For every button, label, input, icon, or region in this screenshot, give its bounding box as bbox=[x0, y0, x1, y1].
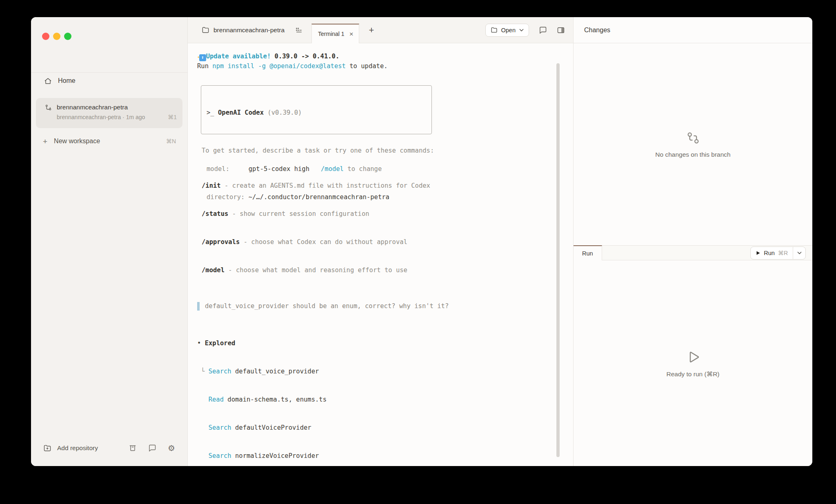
close-tab-icon[interactable]: × bbox=[349, 31, 354, 38]
sidebar-item-home[interactable]: Home bbox=[31, 72, 187, 89]
home-label: Home bbox=[58, 77, 76, 84]
sidebar-divider bbox=[31, 72, 187, 73]
tab-terminal-1[interactable]: Terminal 1 × bbox=[311, 24, 359, 43]
zoom-window-button[interactable] bbox=[64, 33, 71, 40]
terminal-output[interactable]: ✦⬆Update available! 0.39.0 -> 0.41.0. Ru… bbox=[188, 43, 573, 466]
main-header: brennanmceachran-petra Terminal 1 × + Op… bbox=[188, 17, 573, 43]
sidebar: Home tldrembed brennanmceachran-petra br… bbox=[31, 17, 188, 466]
tab-label: Terminal 1 bbox=[318, 31, 345, 37]
open-button[interactable]: Open bbox=[485, 24, 529, 37]
close-window-button[interactable] bbox=[42, 33, 49, 40]
minimize-window-button[interactable] bbox=[53, 33, 60, 40]
update-line-2: Run npm install -g @openai/codex@latest … bbox=[197, 62, 557, 71]
explored-section: • Explored └ Search default_voice_provid… bbox=[197, 320, 557, 466]
changes-empty-state: No changes on this branch bbox=[574, 44, 812, 245]
new-workspace-button[interactable]: + New workspace ⌘N bbox=[31, 133, 187, 149]
run-tab-label: Run bbox=[582, 250, 593, 257]
git-branch-icon bbox=[45, 104, 52, 111]
codex-banner-box: >_ OpenAI Codex (v0.39.0) model: gpt-5-c… bbox=[201, 85, 432, 134]
window-controls bbox=[42, 33, 71, 40]
run-options-button[interactable] bbox=[793, 247, 805, 259]
command-list: /init - create an AGENTS.md file with in… bbox=[197, 162, 557, 294]
main-panel: brennanmceachran-petra Terminal 1 × + Op… bbox=[188, 17, 573, 466]
no-changes-text: No changes on this branch bbox=[655, 151, 730, 158]
run-button[interactable]: Run ⌘R bbox=[751, 247, 793, 259]
comment-icon[interactable] bbox=[148, 444, 156, 452]
workspace-subtitle: brennanmceachran-petra · 1m ago bbox=[57, 113, 145, 122]
right-panel: Changes No changes on this branch Run Ru… bbox=[573, 17, 812, 466]
user-message: default_voice_provider should be an enum… bbox=[197, 302, 557, 311]
intro-text: To get started, describe a task or try o… bbox=[197, 146, 557, 155]
changes-title: Changes bbox=[584, 27, 610, 34]
chevron-down-icon bbox=[519, 29, 524, 32]
task-list-icon[interactable] bbox=[295, 27, 302, 34]
workspace-title: brennanmceachran-petra bbox=[57, 104, 128, 111]
plus-icon: + bbox=[43, 138, 47, 145]
run-button-shortcut: ⌘R bbox=[778, 250, 788, 256]
folder-icon bbox=[491, 27, 498, 33]
folder-icon bbox=[202, 26, 209, 34]
open-button-label: Open bbox=[501, 27, 516, 33]
sidebar-footer: Add repository ⚙ bbox=[31, 440, 187, 456]
sidebar-item-workspace[interactable]: brennanmceachran-petra brennanmceachran-… bbox=[36, 98, 182, 128]
add-repository-button[interactable]: Add repository bbox=[57, 444, 98, 452]
settings-gear-icon[interactable]: ⚙ bbox=[168, 444, 175, 452]
run-button-group: Run ⌘R bbox=[750, 246, 806, 260]
git-compare-icon bbox=[686, 131, 700, 145]
terminal-scrollbar[interactable] bbox=[556, 63, 560, 457]
toggle-right-panel-icon[interactable] bbox=[557, 26, 565, 34]
new-workspace-shortcut: ⌘N bbox=[166, 138, 176, 144]
play-outline-icon bbox=[685, 349, 702, 366]
app-window: Home tldrembed brennanmceachran-petra br… bbox=[31, 17, 812, 466]
new-workspace-label: New workspace bbox=[54, 138, 100, 145]
run-empty-state: Ready to run (⌘R) bbox=[574, 260, 812, 466]
home-icon bbox=[44, 77, 52, 85]
user-message-bar bbox=[197, 302, 200, 311]
new-tab-button[interactable]: + bbox=[369, 26, 374, 35]
chevron-down-icon bbox=[797, 251, 802, 255]
play-icon bbox=[756, 251, 760, 255]
update-line-1: ✦⬆Update available! 0.39.0 -> 0.41.0. bbox=[197, 52, 557, 62]
folder-plus-icon bbox=[43, 444, 51, 452]
up-arrow-emoji: ⬆ bbox=[199, 54, 206, 61]
workspace-breadcrumb: brennanmceachran-petra bbox=[213, 27, 285, 34]
changes-header: Changes bbox=[574, 17, 812, 43]
archive-icon[interactable] bbox=[129, 444, 137, 452]
comment-icon[interactable] bbox=[539, 26, 547, 34]
workspace-shortcut: ⌘1 bbox=[168, 113, 177, 122]
ready-to-run-text: Ready to run (⌘R) bbox=[666, 371, 719, 378]
run-button-label: Run bbox=[764, 250, 775, 256]
tab-run[interactable]: Run bbox=[574, 245, 602, 260]
